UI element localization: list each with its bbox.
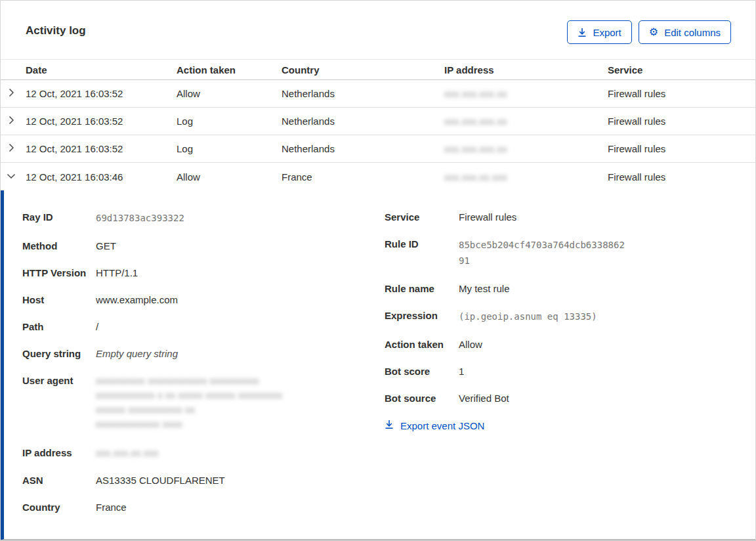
export-event-json-link[interactable]: Export event JSON [385, 420, 484, 431]
header: Activity log Export ⚙ Edit columns [1, 1, 755, 44]
user-agent-value-redacted: xxxxxxxxxx xxxxxxxxxxxx xxxxxxxxxx xxxxx… [96, 374, 282, 431]
detail-label: Country [22, 500, 96, 514]
detail-label: User agent [22, 374, 96, 431]
method-value: GET [96, 239, 116, 253]
chevron-down-icon [7, 171, 16, 183]
detail-label: IP address [22, 446, 96, 460]
cell-ip-redacted: xxx.xxx.xx.xxx [444, 172, 507, 183]
chevron-right-icon [7, 88, 16, 99]
bot-source-value: Verified Bot [459, 391, 509, 405]
event-detail-left-column: Ray ID 69d13783ac393322 Method GET HTTP … [22, 210, 385, 539]
event-detail-panel: Ray ID 69d13783ac393322 Method GET HTTP … [1, 190, 755, 540]
detail-label: Query string [22, 347, 96, 360]
column-header-date: Date [26, 64, 177, 76]
cell-service: Firewall rules [608, 143, 755, 154]
cell-date: 12 Oct, 2021 16:03:52 [26, 88, 177, 99]
cell-service: Firewall rules [608, 88, 755, 99]
cell-date: 12 Oct, 2021 16:03:52 [26, 143, 177, 154]
export-button-label: Export [593, 27, 621, 38]
export-event-json-label: Export event JSON [400, 420, 484, 431]
expand-row-button[interactable] [1, 88, 26, 99]
detail-label: Expression [385, 309, 459, 324]
cell-action: Allow [177, 88, 282, 99]
detail-label: Bot source [385, 391, 459, 405]
gear-icon: ⚙ [649, 27, 658, 37]
rule-name-value: My test rule [459, 282, 510, 295]
table-row[interactable]: 12 Oct, 2021 16:03:52 Log Netherlands xx… [1, 135, 755, 163]
activity-log-panel: Activity log Export ⚙ Edit columns Date … [0, 0, 756, 541]
chevron-right-icon [7, 143, 16, 154]
cell-ip-redacted: xxx.xxx.xxx.xx [444, 116, 507, 127]
chevron-right-icon [7, 116, 16, 127]
event-detail-right-column: Service Firewall rules Rule ID 85bce5b20… [385, 210, 755, 539]
detail-label: Rule ID [385, 237, 459, 269]
table-row[interactable]: 12 Oct, 2021 16:03:52 Log Netherlands xx… [1, 108, 755, 135]
page-title: Activity log [26, 24, 86, 37]
edit-columns-label: Edit columns [664, 27, 721, 38]
detail-label: Bot score [385, 364, 459, 378]
column-header-country: Country [282, 64, 444, 76]
cell-country: France [282, 171, 444, 183]
cell-date: 12 Oct, 2021 16:03:46 [26, 171, 177, 183]
download-icon [385, 420, 394, 431]
header-actions: Export ⚙ Edit columns [567, 20, 731, 44]
detail-label: Service [385, 210, 459, 224]
cell-country: Netherlands [282, 88, 444, 99]
http-version-value: HTTP/1.1 [96, 266, 138, 280]
bot-score-value: 1 [459, 364, 464, 378]
country-value: France [96, 500, 127, 514]
column-header-action: Action taken [177, 64, 282, 76]
cell-service: Firewall rules [608, 116, 755, 127]
host-value: www.example.com [96, 293, 178, 307]
edit-columns-button[interactable]: ⚙ Edit columns [639, 20, 731, 44]
detail-label: Action taken [385, 337, 459, 351]
detail-label: Ray ID [22, 210, 96, 226]
table-header: Date Action taken Country IP address Ser… [1, 59, 755, 80]
column-header-ip: IP address [444, 64, 608, 76]
export-button[interactable]: Export [567, 20, 631, 44]
expand-row-button[interactable] [1, 143, 26, 154]
detail-label: Method [22, 239, 96, 253]
rule-id-value: 85bce5b204cf4703a764dcb633886291 [459, 237, 628, 269]
cell-service: Firewall rules [608, 171, 755, 183]
detail-label: Path [22, 320, 96, 334]
cell-action: Log [177, 143, 282, 154]
detail-label: Rule name [385, 282, 459, 295]
column-header-service: Service [608, 64, 755, 76]
expand-row-button[interactable] [1, 116, 26, 127]
query-string-value: Empty query string [96, 347, 178, 360]
cell-ip-redacted: xxx.xxx.xxx.xx [444, 144, 507, 154]
detail-label: HTTP Version [22, 266, 96, 280]
detail-label: ASN [22, 473, 96, 487]
action-taken-value: Allow [459, 337, 482, 351]
ip-address-value-redacted: xxx.xxx.xx.xxx [96, 448, 159, 458]
service-value: Firewall rules [459, 210, 516, 224]
expression-value: (ip.geoip.asnum eq 13335) [459, 309, 597, 324]
cell-action: Allow [177, 171, 282, 183]
path-value: / [96, 320, 98, 334]
cell-country: Netherlands [282, 143, 444, 154]
detail-label: Host [22, 293, 96, 307]
table-row[interactable]: 12 Oct, 2021 16:03:52 Allow Netherlands … [1, 80, 755, 108]
cell-country: Netherlands [282, 116, 444, 127]
download-icon [578, 28, 587, 37]
table-row-expanded[interactable]: 12 Oct, 2021 16:03:46 Allow France xxx.x… [1, 163, 755, 190]
cell-ip-redacted: xxx.xxx.xxx.xx [444, 89, 507, 99]
ray-id-value: 69d13783ac393322 [96, 210, 184, 226]
cell-date: 12 Oct, 2021 16:03:52 [26, 116, 177, 127]
asn-value: AS13335 CLOUDFLARENET [96, 473, 225, 487]
collapse-row-button[interactable] [1, 171, 26, 183]
cell-action: Log [177, 116, 282, 127]
